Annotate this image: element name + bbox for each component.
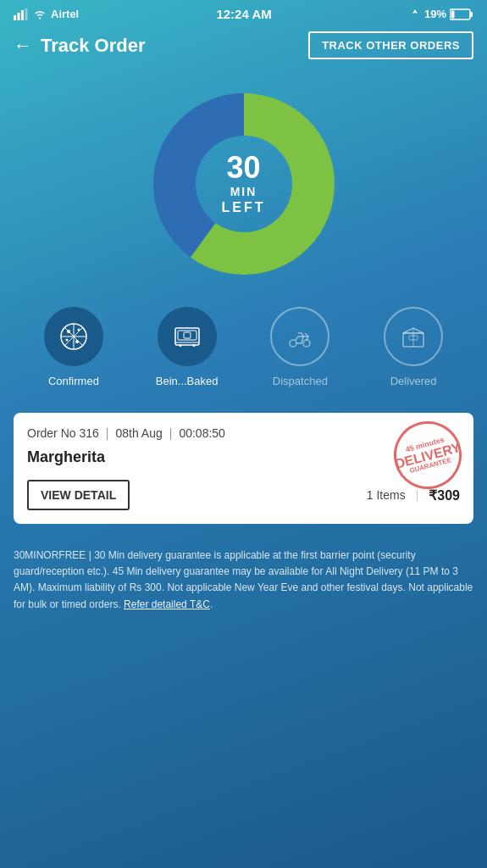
oven-icon — [172, 321, 202, 352]
svg-point-25 — [290, 340, 296, 347]
status-bar: Airtel 12:24 AM 19% — [0, 0, 487, 26]
header: ← Track Order TRACK OTHER ORDERS — [0, 26, 487, 70]
svg-point-23 — [192, 344, 195, 347]
track-other-orders-button[interactable]: TRACK OTHER ORDERS — [308, 31, 473, 59]
status-time: 12:24 AM — [216, 7, 271, 21]
svg-rect-0 — [14, 15, 16, 20]
step-delivered: Delivered — [357, 307, 470, 387]
svg-rect-5 — [470, 12, 473, 17]
timer-donut: // Will be generated by JS below 30 MIN … — [147, 86, 341, 281]
timer-text: 30 MIN LEFT — [222, 153, 266, 215]
item-count: 1 Items — [367, 488, 406, 502]
tac-link[interactable]: Refer detailed T&C — [124, 598, 210, 610]
battery-level: 19% — [424, 8, 446, 20]
carrier-name: Airtel — [51, 8, 79, 20]
scooter-icon — [285, 321, 315, 352]
step-confirmed-circle — [44, 307, 103, 366]
step-delivered-label: Delivered — [390, 375, 437, 387]
svg-rect-6 — [451, 10, 454, 18]
location-icon — [409, 9, 421, 19]
timer-section: // Will be generated by JS below 30 MIN … — [0, 70, 487, 307]
meta-divider-2: | — [169, 426, 173, 440]
back-button[interactable]: ← — [14, 35, 32, 57]
order-number: Order No 316 — [27, 426, 99, 440]
step-baking: Bein...Baked — [130, 307, 244, 387]
svg-point-15 — [67, 330, 70, 333]
steps-section: Confirmed Bein...Baked — [0, 307, 487, 413]
step-baking-label: Bein...Baked — [156, 375, 219, 387]
step-dispatched: Dispatched — [244, 307, 357, 387]
timer-value: 30 — [222, 153, 266, 183]
step-baking-circle — [158, 307, 217, 366]
step-delivered-circle — [384, 307, 443, 366]
timer-label: LEFT — [222, 200, 266, 215]
pizza-icon — [58, 321, 89, 352]
order-time: 00:08:50 — [179, 426, 225, 440]
page-title: Track Order — [41, 35, 146, 57]
order-footer: VIEW DETAIL 1 Items | ₹309 — [27, 480, 460, 510]
disclaimer-text: 30MINORFREE | 30 Min delivery guarantee … — [14, 549, 473, 610]
summary-divider: | — [416, 488, 419, 502]
timer-unit: MIN — [222, 185, 266, 198]
step-dispatched-label: Dispatched — [273, 375, 328, 387]
svg-point-16 — [77, 329, 80, 331]
battery-icon — [450, 8, 473, 20]
order-price: ₹309 — [429, 487, 460, 504]
status-carrier-area: Airtel — [14, 8, 79, 20]
svg-rect-3 — [25, 8, 28, 20]
svg-point-22 — [179, 344, 181, 347]
svg-rect-1 — [18, 13, 20, 20]
order-date: 08th Aug — [115, 426, 162, 440]
meta-divider-1: | — [106, 426, 109, 440]
svg-point-18 — [75, 340, 79, 343]
order-card: 45 minutes DELIVERY GUARANTEE Order No 3… — [14, 413, 473, 524]
wifi-icon — [33, 9, 47, 19]
step-confirmed: Confirmed — [17, 307, 130, 387]
box-icon — [398, 321, 429, 352]
step-dispatched-circle — [270, 307, 329, 366]
svg-rect-24 — [184, 332, 191, 338]
order-summary: 1 Items | ₹309 — [367, 487, 460, 504]
svg-rect-2 — [21, 10, 24, 20]
svg-point-26 — [303, 340, 310, 347]
signal-icon — [14, 8, 29, 20]
order-meta: Order No 316 | 08th Aug | 00:08:50 — [27, 426, 460, 440]
header-left: ← Track Order — [14, 35, 146, 57]
status-battery-area: 19% — [409, 8, 473, 20]
step-confirmed-label: Confirmed — [48, 375, 99, 387]
svg-point-17 — [65, 339, 68, 342]
view-detail-button[interactable]: VIEW DETAIL — [27, 480, 130, 510]
footer-disclaimer: 30MINORFREE | 30 Min delivery guarantee … — [0, 537, 487, 630]
